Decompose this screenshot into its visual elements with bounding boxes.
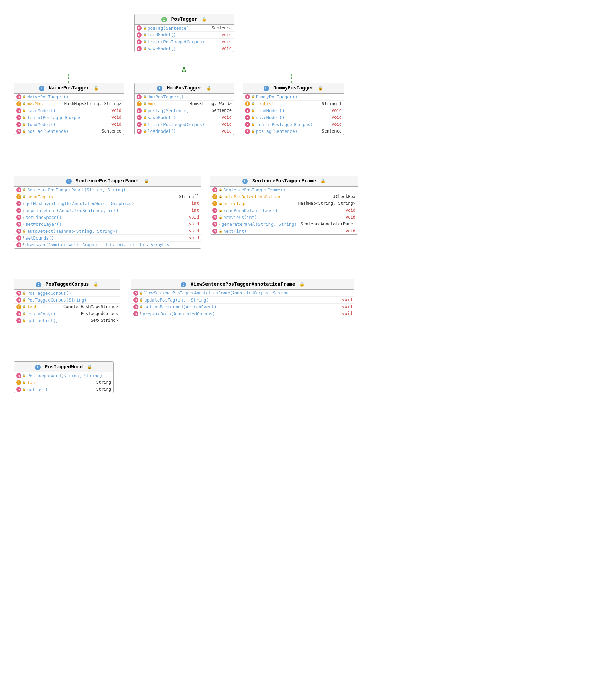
method-name: loadModel() (148, 32, 176, 38)
method-name: train(PosTaggedCorpus) (148, 39, 205, 44)
method-name: posTag(Sentence) (148, 25, 189, 31)
lock: 🔒 (143, 33, 147, 36)
row-train: m 🔒 train(PosTaggedCorpus) void (135, 39, 234, 45)
lock-icon: 🔒 (94, 86, 99, 91)
field-type: HashMap<String, String> (64, 101, 121, 106)
dummy-pos-tagger-class: C DummyPosTagger 🔒 m 🔒 DummyPosTagger() … (243, 83, 344, 135)
uml-diagram: I PosTagger 🔒 m 🔒 posTag(Sentence) Sente… (7, 7, 609, 661)
pos-tagger-class: I PosTagger 🔒 m 🔒 posTag(Sentence) Sente… (134, 14, 234, 52)
badge-m: m (137, 39, 142, 44)
row-postag: m 🔒 posTag(Sentence) Sentence (135, 25, 234, 32)
naive-title: NaivePosTagger (49, 85, 89, 91)
badge-m: m (16, 94, 21, 99)
return-type: void (222, 46, 232, 51)
badge-m: m (137, 46, 142, 51)
view-sentence-pos-tagger-annotation-frame-class: C ViewSentencePosTaggerAnnotationFrame 🔒… (131, 279, 354, 317)
naive-pos-tagger-class: C NaivePosTagger 🔒 m 🔒 NaivePosTagger() … (14, 83, 124, 135)
hmm-pos-tagger-class: C HmmPosTagger 🔒 m 🔒 HmmPosTagger() f 🔒 … (134, 83, 234, 135)
pos-tagged-word-class: C PosTaggedWord 🔒 m 🔒 PosTaggedWord(Stri… (14, 361, 114, 393)
row-train: m 🔒 train(PosTaggedCorpus) void (14, 114, 124, 121)
badge-f: f (16, 101, 21, 106)
row-savemodel: m 🔒 saveModel() void (14, 107, 124, 114)
dummy-header: C DummyPosTagger 🔒 (243, 83, 344, 94)
class-icon: C (39, 86, 44, 91)
sentence-pos-tagger-panel-class: C SentencePosTaggerPanel 🔒 m 🔒 SentenceP… (14, 176, 201, 249)
badge-m: m (137, 32, 142, 38)
pos-tagger-lock: 🔒 (202, 17, 207, 22)
row-savemodel: m 🔒 saveModel() void (135, 45, 234, 52)
row-loadmodel: m 🔒 loadModel() void (14, 121, 124, 128)
pos-tagged-corpus-class: C PosTaggedCorpus 🔒 m 🔒 PosTaggedCorpus(… (14, 279, 120, 324)
hmm-header: C HmmPosTagger 🔒 (135, 83, 234, 94)
return-type: void (222, 32, 232, 37)
row-postag: m 🔒 posTag(Sentence) Sentence (14, 128, 124, 135)
interface-icon: I (161, 17, 167, 22)
sentence-pos-tagger-frame-class: C SentencePosTaggerFrame 🔒 m 🔒 SentenceP… (210, 176, 358, 235)
method-name: saveModel() (148, 46, 176, 51)
return-type: void (222, 39, 232, 44)
lock: 🔒 (143, 47, 147, 50)
pos-tagger-title: PosTagger (171, 16, 198, 22)
row-loadmodel: m 🔒 loadModel() void (135, 32, 234, 39)
return-type: Sentence (212, 25, 232, 30)
row-constructor: m 🔒 NaivePosTagger() (14, 94, 124, 101)
lock: 🔒 (143, 40, 147, 43)
naive-header: C NaivePosTagger 🔒 (14, 83, 124, 94)
pos-tagger-header: I PosTagger 🔒 (135, 14, 234, 25)
row-maxmap: f 🔒 maxMap HashMap<String, String> (14, 101, 124, 107)
lock: 🔒 (143, 26, 147, 30)
badge-m: m (137, 25, 142, 31)
